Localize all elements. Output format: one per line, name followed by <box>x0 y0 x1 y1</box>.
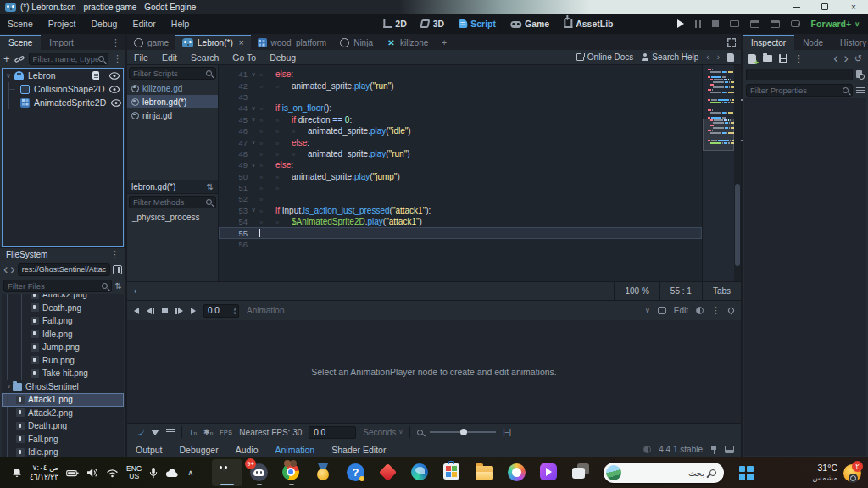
animation-dropdown-icon[interactable]: ∨ <box>645 307 650 314</box>
add-node-button[interactable]: + <box>3 53 10 64</box>
tab-history[interactable]: History <box>832 35 868 50</box>
script-menu-search[interactable]: Search <box>184 50 225 64</box>
filter-tracks-icon[interactable] <box>151 430 159 435</box>
animation-name-field[interactable]: Animation <box>247 306 284 315</box>
script-menu-file[interactable]: File <box>127 50 155 64</box>
chrome-taskbar-icon[interactable] <box>276 459 307 486</box>
online-docs-button[interactable]: Online Docs <box>576 53 633 62</box>
script-item-killzone-gd[interactable]: killzone.gd <box>127 81 218 95</box>
code-line-45[interactable]: 45∨»»if direction == 0: <box>219 114 702 125</box>
timeline-zoom-slider[interactable] <box>430 431 496 433</box>
menu-editor[interactable]: Editor <box>125 14 163 34</box>
godot-taskbar-icon[interactable] <box>212 459 242 486</box>
code-line-49[interactable]: 49∨»else: <box>219 159 702 170</box>
file-row-idle-png[interactable]: Idle.png <box>2 328 124 341</box>
fold-arrow-icon[interactable]: ∨ <box>248 71 259 78</box>
pin-bottom-panel-icon[interactable] <box>710 446 717 454</box>
filter-scripts-input[interactable] <box>129 67 216 80</box>
menu-project[interactable]: Project <box>41 14 84 34</box>
folder-taskbar-icon[interactable] <box>470 459 500 486</box>
movie-maker-icon[interactable] <box>791 20 800 27</box>
code-editor[interactable]: 41∨»else:42»»animated_sprite.play("run")… <box>219 65 741 281</box>
volume-icon[interactable] <box>86 468 98 478</box>
tab-scene[interactable]: Scene <box>0 35 41 50</box>
anim-step-forward-icon[interactable] <box>175 308 183 314</box>
scene-tab-lebron[interactable]: Lebron(*)× <box>175 35 251 50</box>
new-scene-tab-button[interactable]: + <box>435 36 453 50</box>
notifications-bell-icon[interactable] <box>12 468 22 479</box>
code-line-43[interactable]: 43 <box>219 92 702 103</box>
filter-properties-input[interactable] <box>746 84 853 97</box>
tab-node[interactable]: Node <box>794 35 832 50</box>
save-resource-icon[interactable] <box>779 54 787 63</box>
file-row-death-png[interactable]: Death.png <box>2 419 124 433</box>
file-row-attack2-png[interactable]: Attack2.png <box>2 407 124 420</box>
scripts-panel-toggle-icon[interactable] <box>727 53 734 62</box>
microphone-icon[interactable] <box>149 467 158 479</box>
edge-taskbar-icon[interactable] <box>405 459 436 486</box>
stop-button[interactable] <box>712 20 719 27</box>
nav-forward-icon[interactable]: › <box>10 262 14 277</box>
scene-dock-menu-icon[interactable]: ⋮ <box>111 38 120 47</box>
tab-inspector[interactable]: Inspector <box>743 35 794 50</box>
search-help-button[interactable]: Search Help <box>641 53 698 62</box>
file-row-run-png[interactable]: Run.png <box>2 354 124 368</box>
folder-row-ghostsentinel[interactable]: ∨GhostSentinel <box>2 380 124 394</box>
file-row-idle-png[interactable]: Idle.png <box>2 446 124 458</box>
file-row-attack2-png[interactable]: Attack2.png <box>2 294 124 302</box>
folder-expand-icon[interactable]: ∨ <box>5 383 13 390</box>
clipchamp-taskbar-icon[interactable] <box>534 459 565 486</box>
open-docs-icon[interactable] <box>856 70 865 80</box>
code-line-48[interactable]: 48»»»animated_sprite.play("run") <box>219 148 702 159</box>
play-scene-button[interactable] <box>750 20 760 28</box>
snap-step-input[interactable]: 0.0 <box>309 426 356 439</box>
code-line-56[interactable]: 56 <box>219 239 702 250</box>
taskbar-search-box[interactable]: بحث <box>604 463 724 483</box>
anim-stop-icon[interactable] <box>162 308 168 313</box>
filter-files-input[interactable] <box>3 280 112 292</box>
script-item-lebron-gd[interactable]: lebron.gd(*) <box>127 95 218 108</box>
menu-debug[interactable]: Debug <box>83 14 125 34</box>
close-button[interactable]: × <box>839 0 868 14</box>
onedrive-cloud-icon[interactable] <box>165 469 180 478</box>
context-game[interactable]: Game <box>510 19 549 29</box>
collapse-arrow-icon[interactable]: ∨ <box>3 72 14 80</box>
store-taskbar-icon[interactable] <box>437 459 468 486</box>
zoom-level[interactable]: 100 % <box>614 282 659 300</box>
minimap-viewport[interactable] <box>703 119 734 151</box>
code-line-53[interactable]: 53∨»if Input.is_action_just_pressed("att… <box>219 205 702 216</box>
code-minimap[interactable] <box>702 65 734 281</box>
scene-tab-ninja[interactable]: Ninja <box>333 36 380 50</box>
anim-play-icon[interactable] <box>191 308 196 314</box>
script-item-ninja-gd[interactable]: ninja.gd <box>127 108 218 122</box>
scene-node-animatedsprite2d[interactable]: AnimatedSprite2D <box>3 96 123 109</box>
file-row-fall-png[interactable]: Fall.png <box>2 314 124 328</box>
resource-name-field[interactable] <box>746 69 853 80</box>
script-history-back-icon[interactable]: ‹ <box>706 53 709 62</box>
menu-help[interactable]: Help <box>164 14 198 34</box>
maximize-button[interactable] <box>810 0 839 14</box>
script-history-forward-icon[interactable]: › <box>717 53 720 62</box>
visibility-eye-icon[interactable] <box>109 86 120 93</box>
script-menu-debug[interactable]: Debug <box>263 50 303 64</box>
bottom-tab-audio[interactable]: Audio <box>227 445 267 455</box>
close-tab-icon[interactable]: × <box>239 38 244 47</box>
toggle-bottom-panel-icon[interactable] <box>725 446 734 453</box>
code-line-51[interactable]: 51»» <box>219 182 702 193</box>
expand-editor-icon[interactable] <box>727 38 736 47</box>
fold-arrow-icon[interactable]: ∨ <box>248 139 259 146</box>
renderer-select[interactable]: Forward+∨ <box>811 19 860 29</box>
anim-skip-start-icon[interactable] <box>134 308 139 314</box>
inspector-back-icon[interactable]: ‹ <box>833 51 837 66</box>
filter-methods-input[interactable] <box>129 196 216 208</box>
file-row-take-hit-png[interactable]: Take hit.png <box>2 367 124 380</box>
fold-arrow-icon[interactable]: ∨ <box>248 162 259 169</box>
anim-step-back-icon[interactable] <box>147 308 154 314</box>
pause-button[interactable] <box>695 20 701 28</box>
question-taskbar-icon[interactable]: ? <box>341 459 371 486</box>
notification-icon[interactable] <box>643 446 651 453</box>
copilot-taskbar-icon[interactable] <box>502 459 532 486</box>
indent-mode[interactable]: Tabs <box>702 282 741 300</box>
start-button[interactable] <box>731 459 761 486</box>
file-row-jump-png[interactable]: Jump.png <box>2 341 124 354</box>
